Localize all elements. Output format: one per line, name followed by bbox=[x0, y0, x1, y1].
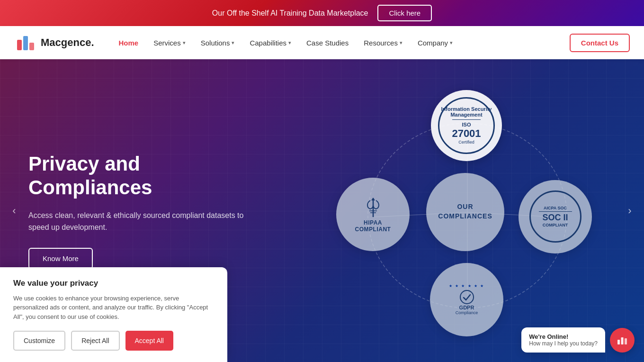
cookie-title: We value your privacy bbox=[13, 279, 214, 288]
soc-badge: AICPA SOC SOC II COMPLIANT bbox=[519, 180, 592, 253]
chat-open-button[interactable] bbox=[610, 328, 635, 353]
svg-rect-14 bbox=[621, 337, 624, 344]
accept-all-button[interactable]: Accept All bbox=[125, 331, 173, 351]
nav-item-company[interactable]: Company ▾ bbox=[412, 36, 458, 50]
logo-icon bbox=[14, 31, 37, 54]
svg-rect-0 bbox=[17, 40, 22, 50]
our-compliances-badge: OUR COMPLIANCES bbox=[426, 173, 504, 251]
carousel-next-button[interactable]: › bbox=[621, 202, 638, 219]
hero-title: Privacy and Compliances bbox=[28, 152, 246, 200]
hipaa-badge: HIPAA COMPLIANT bbox=[336, 178, 410, 251]
nav-item-resources[interactable]: Resources ▾ bbox=[358, 36, 408, 50]
chevron-down-icon: ▾ bbox=[450, 40, 453, 46]
svg-rect-15 bbox=[625, 338, 627, 344]
svg-rect-2 bbox=[29, 43, 34, 50]
chat-subtitle: How may I help you today? bbox=[529, 340, 598, 347]
chevron-down-icon: ▾ bbox=[232, 40, 234, 46]
nav-item-home[interactable]: Home bbox=[113, 36, 144, 50]
reject-all-button[interactable]: Reject All bbox=[71, 331, 119, 351]
chat-title: We're Online! bbox=[529, 333, 598, 340]
click-here-button[interactable]: Click here bbox=[377, 5, 432, 21]
banner-text: Our Off the Shelf AI Training Data Marke… bbox=[212, 9, 368, 18]
gdpr-badge: ★ ★ ★ ★ ★ ★ GDPR Compliance bbox=[430, 263, 503, 336]
chart-icon bbox=[616, 334, 628, 346]
logo-text: Macgence. bbox=[41, 36, 94, 49]
cookie-consent-banner: We value your privacy We use cookies to … bbox=[0, 267, 227, 362]
nav-item-capabilities[interactable]: Capabilities ▾ bbox=[244, 36, 297, 50]
cookie-text: We use cookies to enhance your browsing … bbox=[13, 294, 214, 322]
contact-us-button[interactable]: Contact Us bbox=[570, 34, 630, 52]
chevron-down-icon: ▾ bbox=[183, 40, 186, 46]
iso-badge: Information Security Management ISO 2700… bbox=[431, 90, 502, 161]
chevron-down-icon: ▾ bbox=[288, 40, 291, 46]
nav-item-solutions[interactable]: Solutions ▾ bbox=[195, 36, 241, 50]
svg-rect-1 bbox=[23, 36, 28, 50]
nav-item-services[interactable]: Services ▾ bbox=[148, 36, 191, 50]
navbar: Macgence. Home Services ▾ Solutions ▾ Ca… bbox=[0, 26, 644, 59]
hero-description: Access clean, relevant & ethically sourc… bbox=[28, 209, 246, 234]
svg-point-12 bbox=[460, 290, 474, 304]
chat-widget: We're Online! How may I help you today? bbox=[521, 327, 635, 353]
logo[interactable]: Macgence. bbox=[14, 31, 94, 54]
know-more-button[interactable]: Know More bbox=[28, 248, 93, 269]
top-banner: Our Off the Shelf AI Training Data Marke… bbox=[0, 0, 644, 26]
svg-rect-13 bbox=[617, 340, 620, 344]
chat-bubble: We're Online! How may I help you today? bbox=[521, 327, 605, 353]
gdpr-check-icon bbox=[459, 290, 474, 305]
customize-button[interactable]: Customize bbox=[13, 331, 65, 351]
svg-marker-9 bbox=[371, 198, 375, 200]
nav-links: Home Services ▾ Solutions ▾ Capabilities… bbox=[113, 36, 570, 50]
carousel-prev-button[interactable]: ‹ bbox=[6, 202, 23, 219]
hero-content: Privacy and Compliances Access clean, re… bbox=[0, 152, 275, 269]
caduceus-icon bbox=[364, 196, 383, 219]
chevron-down-icon: ▾ bbox=[400, 40, 402, 46]
nav-item-case-studies[interactable]: Case Studies bbox=[301, 36, 354, 50]
compliance-diagram: Information Security Management ISO 2700… bbox=[322, 85, 616, 336]
cookie-buttons: Customize Reject All Accept All bbox=[13, 331, 214, 351]
